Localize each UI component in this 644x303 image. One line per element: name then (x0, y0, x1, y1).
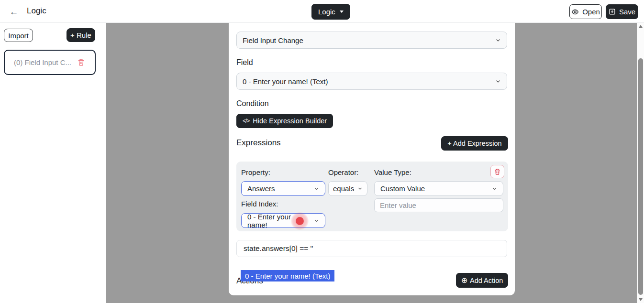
value-type-label: Value Type: (374, 168, 411, 176)
rules-sidebar: Import + Rule (0) Field Input C... (0, 23, 106, 303)
operator-select[interactable]: equals (328, 181, 367, 196)
value-type-select-value: Custom Value (380, 184, 425, 193)
add-expression-button[interactable]: + Add Expression (441, 136, 508, 151)
scrollbar-thumb[interactable] (638, 58, 643, 295)
save-button[interactable]: Save (606, 4, 638, 19)
chevron-down-icon (357, 186, 363, 191)
open-button[interactable]: Open (569, 4, 602, 19)
plus-circle-icon: ⊕ (461, 277, 467, 284)
delete-expression-button[interactable] (490, 165, 504, 178)
import-button[interactable]: Import (4, 29, 33, 42)
vertical-scrollbar[interactable] (637, 23, 644, 303)
field-dropdown-option[interactable]: 0 - Enter your name! (Text) (241, 270, 334, 281)
event-select[interactable]: Field Input Change (236, 32, 507, 49)
property-select-value: Answers (247, 184, 275, 193)
eye-icon (571, 8, 579, 16)
back-button[interactable]: ← (8, 6, 20, 18)
chevron-down-icon (492, 186, 497, 191)
event-label: Event (236, 23, 256, 25)
chevron-down-icon (495, 78, 501, 84)
add-rule-button[interactable]: + Rule (67, 28, 95, 42)
expression-card: Property: Operator: Value Type: Answe (236, 162, 508, 231)
open-button-label: Open (582, 8, 600, 16)
logic-menu-label: Logic (318, 8, 335, 16)
value-type-select[interactable]: Custom Value (374, 181, 503, 196)
operator-select-value: equals (333, 184, 354, 193)
page-title: Logic (27, 6, 46, 16)
field-index-select[interactable]: 0 - Enter your name! (241, 213, 325, 228)
chevron-down-icon (314, 186, 319, 191)
code-icon: </> (243, 118, 249, 124)
expressions-heading: Expressions (236, 138, 281, 148)
rule-list-item[interactable]: (0) Field Input C... (4, 50, 96, 75)
hide-expression-builder-label: Hide Expression Builder (253, 117, 327, 125)
field-label: Field (236, 58, 253, 67)
field-select[interactable]: 0 - Enter your name! (Text) (236, 73, 507, 90)
rule-editor-panel: Event Field Input Change Field 0 - Enter… (229, 23, 515, 295)
chevron-down-icon (495, 37, 501, 43)
property-select[interactable]: Answers (241, 181, 325, 196)
header-bar: ← Logic Logic Open Save (0, 0, 644, 23)
caret-down-icon (340, 11, 344, 13)
operator-label: Operator: (328, 168, 358, 176)
save-icon (609, 8, 616, 15)
property-label: Property: (241, 168, 270, 176)
field-select-value: 0 - Enter your name! (Text) (243, 77, 328, 86)
event-select-value: Field Input Change (243, 36, 303, 44)
hide-expression-builder-button[interactable]: </> Hide Expression Builder (236, 114, 333, 128)
field-index-select-value: 0 - Enter your name! (247, 213, 311, 229)
expression-preview: state.answers[0] == '' (236, 240, 507, 257)
condition-label: Condition (236, 99, 269, 108)
field-index-label: Field Index: (241, 200, 278, 208)
scrollbar-down-arrow-icon[interactable] (639, 298, 643, 301)
add-action-button[interactable]: ⊕ Add Action (456, 273, 508, 288)
app-window: ← Logic Logic Open Save (0, 0, 644, 303)
trash-icon (494, 168, 501, 175)
logic-menu-button[interactable]: Logic (311, 4, 350, 20)
custom-value-input[interactable] (374, 198, 503, 212)
scrollbar-up-arrow-icon[interactable] (639, 25, 643, 28)
add-action-label: Add Action (470, 277, 503, 284)
chevron-down-icon (314, 218, 319, 223)
content-backdrop: Import + Rule (0) Field Input C... (0, 23, 644, 303)
save-button-label: Save (619, 8, 635, 16)
rule-label: (0) Field Input C... (14, 58, 71, 66)
delete-rule-button[interactable] (77, 58, 86, 67)
trash-icon (77, 58, 86, 66)
